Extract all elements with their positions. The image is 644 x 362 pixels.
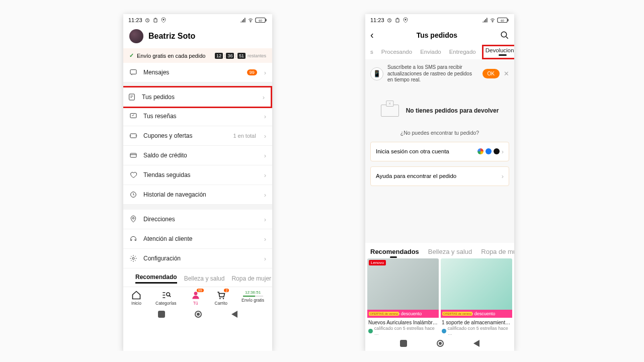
empty-state: No tienes pedidos para devolver ¿No pued… — [365, 88, 514, 243]
product-title: Nuevos Auriculares Inalámbri… — [367, 318, 439, 326]
chevron-right-icon: › — [502, 172, 504, 180]
ok-button[interactable]: OK — [482, 69, 500, 78]
row-label: Mensajes — [143, 69, 241, 76]
chevron-right-icon: › — [264, 191, 266, 199]
orders-icon — [128, 93, 136, 101]
rating-dot-icon — [442, 329, 446, 333]
tab-fragment[interactable]: s — [370, 49, 373, 55]
back-button[interactable] — [473, 340, 479, 347]
back-button[interactable] — [231, 311, 237, 318]
nav-categories[interactable]: Categorías — [155, 290, 177, 306]
product-card[interactable]: OFERTAS de verano66% de descuento 1 sopo… — [441, 258, 512, 336]
svg-text:60: 60 — [259, 19, 262, 22]
chevron-right-icon: › — [264, 255, 266, 262]
wifi-icon — [490, 17, 496, 23]
recents-button[interactable] — [158, 311, 165, 318]
card-find-order[interactable]: Ayuda para encontrar el pedido › — [370, 166, 509, 186]
battery-icon: 60 — [497, 17, 509, 23]
row-label: Cupones y ofertas — [143, 132, 227, 139]
apple-icon — [494, 148, 500, 154]
ship-timer: 12:36:51 — [245, 290, 261, 295]
brand-tag: Lenovo — [369, 260, 386, 265]
product-card[interactable]: Lenovo OFERTAS de verano61% de descuento… — [367, 258, 439, 336]
timer-s: 51 — [237, 53, 246, 59]
row-reviews[interactable]: Tus reseñas › — [123, 107, 272, 126]
row-followed[interactable]: Tiendas seguidas › — [123, 165, 272, 185]
rtab-recommended[interactable]: Recomendados — [370, 248, 419, 255]
profile-header[interactable]: Beatriz Soto — [123, 25, 272, 48]
svg-point-19 — [223, 298, 224, 299]
signal-icon — [482, 17, 488, 23]
row-support[interactable]: Atención al cliente › — [123, 229, 272, 249]
heart-icon — [129, 171, 137, 179]
row-balance[interactable]: Saldo de crédito › — [123, 146, 272, 165]
search-icon[interactable] — [500, 31, 509, 40]
headset-icon — [129, 235, 137, 243]
svg-point-9 — [130, 135, 131, 136]
category-tabs: Recomendado Belleza y salud Ropa de muje… — [123, 268, 272, 287]
nav-home[interactable]: Inicio — [131, 290, 141, 306]
row-orders[interactable]: Tus pedidos › — [123, 86, 272, 108]
back-icon[interactable]: ‹ — [370, 29, 374, 41]
row-label: Tus reseñas — [143, 113, 258, 120]
status-bar: 11:23 60 — [123, 14, 272, 25]
row-label: Tiendas seguidas — [143, 171, 258, 178]
rtab-women[interactable]: Ropa de mujer — [481, 248, 514, 255]
orders-header: ‹ Tus pedidos — [365, 25, 514, 45]
svg-point-18 — [219, 298, 221, 299]
reviews-icon — [129, 112, 137, 120]
tab-processing[interactable]: Procesando — [381, 49, 412, 55]
wifi-icon — [248, 17, 254, 23]
row-addresses[interactable]: Direcciones › — [123, 210, 272, 229]
tab-beauty[interactable]: Belleza y salud — [184, 275, 225, 282]
svg-point-10 — [136, 135, 137, 136]
rating-dot-icon — [368, 329, 373, 333]
profile-name: Beatriz Soto — [148, 32, 195, 41]
sms-banner: 📱 Suscríbete a los SMS para recibir actu… — [365, 59, 514, 88]
row-history[interactable]: Historial de navegación › — [123, 185, 272, 205]
svg-rect-11 — [130, 153, 136, 157]
close-icon[interactable]: ✕ — [504, 70, 509, 77]
chevron-right-icon: › — [264, 69, 266, 76]
tab-shipped[interactable]: Enviado — [420, 49, 441, 55]
svg-point-14 — [132, 257, 134, 259]
recents-button[interactable] — [400, 340, 407, 347]
location-icon — [403, 17, 409, 23]
tab-delivered[interactable]: Entregado — [449, 49, 476, 55]
tab-recommended[interactable]: Recomendado — [135, 274, 177, 284]
home-button[interactable] — [437, 340, 444, 347]
chevron-right-icon: › — [264, 171, 266, 179]
chevron-right-icon: › — [264, 216, 266, 223]
row-messages[interactable]: Mensajes 99 › — [123, 63, 272, 82]
chevron-right-icon: › — [502, 148, 504, 155]
tab-returns-highlighted[interactable]: Devoluciones — [482, 45, 514, 59]
categories-icon — [161, 290, 171, 300]
cart-icon: 2 — [216, 290, 226, 300]
android-nav — [123, 307, 272, 322]
home-button[interactable] — [195, 311, 202, 318]
trash-icon — [394, 17, 400, 23]
bottom-nav: Inicio Categorías 99 Tú 2 Carrito 12:36:… — [123, 287, 272, 307]
phone-left: 11:23 60 Beatriz Soto ✓ Envío gratis en … — [123, 14, 272, 351]
rtab-beauty[interactable]: Belleza y salud — [428, 248, 472, 255]
nav-shipping[interactable]: 12:36:51 Envío gratis — [242, 290, 264, 306]
row-label: Atención al cliente — [143, 235, 258, 242]
check-icon: ✓ — [129, 52, 134, 59]
android-nav — [365, 336, 514, 351]
svg-point-16 — [167, 293, 170, 296]
user-icon: 99 — [191, 290, 201, 300]
clock-icon — [129, 191, 137, 199]
tab-women[interactable]: Ropa de mujer — [231, 275, 271, 282]
location-icon — [160, 17, 167, 23]
alarm-icon — [144, 17, 150, 23]
page-title: Tus pedidos — [417, 31, 457, 39]
row-coupons[interactable]: Cupones y ofertas 1 en total › — [123, 126, 272, 146]
sms-text: Suscríbete a los SMS para recibir actual… — [387, 64, 478, 83]
timer-m: 36 — [226, 53, 234, 59]
nav-you[interactable]: 99 Tú — [191, 290, 201, 306]
card-other-account[interactable]: Inicia sesión con otra cuenta › — [370, 142, 509, 161]
nav-cart[interactable]: 2 Carrito — [215, 290, 228, 306]
row-settings[interactable]: Configuración › — [123, 249, 272, 268]
coupon-icon — [129, 132, 137, 140]
svg-rect-6 — [129, 94, 135, 100]
